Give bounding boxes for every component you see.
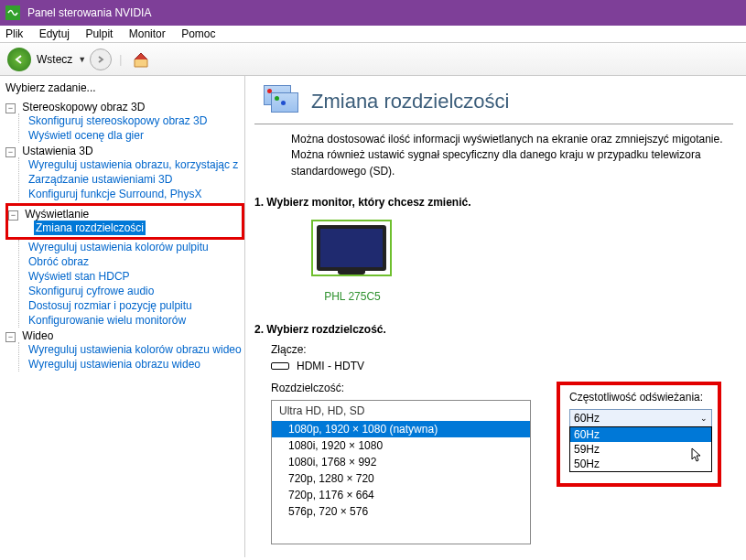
resolution-item[interactable]: 720p, 1176 × 664	[272, 487, 530, 503]
page-title: Zmiana rozdzielczości	[311, 90, 509, 113]
tree-item[interactable]: Konfigurowanie wielu monitorów	[27, 313, 244, 328]
collapse-icon[interactable]: −	[5, 103, 16, 113]
forward-button[interactable]	[90, 48, 112, 70]
step2-heading: 2. Wybierz rozdzielczość.	[254, 323, 733, 336]
tree-item-change-resolution[interactable]: Zmiana rozdzielczości	[34, 221, 146, 235]
collapse-icon[interactable]: −	[5, 332, 16, 342]
tree-item[interactable]: Wyreguluj ustawienia obrazu wideo	[27, 357, 244, 372]
tree-item[interactable]: Wyreguluj ustawienia kolorów obrazu wide…	[27, 342, 244, 357]
back-button[interactable]	[7, 48, 31, 71]
collapse-icon[interactable]: −	[5, 147, 16, 157]
menu-file[interactable]: Plik	[5, 27, 23, 40]
step1-heading: 1. Wybierz monitor, który chcesz zmienić…	[254, 196, 733, 209]
resolution-item[interactable]: 1080p, 1920 × 1080 (natywna)	[272, 421, 530, 437]
tree-item[interactable]: Skonfiguruj stereoskopowy obraz 3D	[27, 113, 244, 128]
refresh-rate-dropdown[interactable]: 60Hz ⌄	[569, 409, 712, 427]
resolution-listbox[interactable]: Ultra HD, HD, SD 1080p, 1920 × 1080 (nat…	[271, 400, 531, 544]
tree-group-stereo[interactable]: Stereoskopowy obraz 3D	[22, 101, 145, 113]
title-bar: Panel sterowania NVIDIA	[0, 0, 746, 26]
dual-monitor-icon	[264, 85, 302, 118]
tree-group-display[interactable]: Wyświetlanie	[25, 208, 89, 221]
menu-edit[interactable]: Edytuj	[39, 27, 70, 40]
menu-help[interactable]: Pomoc	[181, 27, 215, 40]
nvidia-icon	[5, 5, 20, 20]
collapse-icon[interactable]: −	[8, 210, 18, 221]
sidebar: Wybierz zadanie... − Stereoskopowy obraz…	[0, 76, 245, 557]
tree-group-3d[interactable]: Ustawienia 3D	[22, 145, 92, 157]
tree-item[interactable]: Skonfiguruj cyfrowe audio	[27, 284, 244, 298]
sidebar-header: Wybierz zadanie...	[0, 80, 244, 100]
resolution-group: Ultra HD, HD, SD	[272, 401, 530, 421]
toolbar: Wstecz ▼ |	[0, 43, 746, 76]
menu-desktop[interactable]: Pulpit	[85, 27, 113, 40]
resolution-item[interactable]: 720p, 1280 × 720	[272, 470, 530, 487]
tree-item[interactable]: Dostosuj rozmiar i pozycję pulpitu	[27, 298, 244, 313]
back-label: Wstecz	[37, 53, 72, 66]
task-tree: − Stereoskopowy obraz 3D Skonfiguruj ste…	[0, 100, 244, 372]
tree-item[interactable]: Wyreguluj ustawienia obrazu, korzystając…	[27, 157, 244, 172]
resolution-item[interactable]: 576p, 720 × 576	[272, 503, 530, 520]
resolution-item[interactable]: 1080i, 1768 × 992	[272, 454, 530, 470]
tree-item[interactable]: Wyreguluj ustawienia kolorów pulpitu	[27, 240, 244, 254]
tree-group-video[interactable]: Wideo	[22, 329, 53, 342]
tree-item[interactable]: Zarządzanie ustawieniami 3D	[27, 172, 244, 187]
toolbar-separator: |	[119, 53, 122, 66]
menu-monitor[interactable]: Monitor	[129, 27, 166, 40]
back-dropdown-icon[interactable]: ▼	[78, 55, 86, 64]
connector-value: HDMI - HDTV	[297, 360, 364, 372]
refresh-rate-options[interactable]: 60Hz 59Hz 50Hz	[569, 426, 712, 472]
connector-label: Złącze:	[271, 343, 733, 356]
menu-bar: Plik Edytuj Pulpit Monitor Pomoc	[0, 26, 746, 43]
monitor-selection[interactable]	[311, 220, 392, 276]
refresh-option[interactable]: 59Hz	[570, 442, 711, 457]
home-button[interactable]	[131, 49, 151, 70]
hdmi-icon	[271, 362, 289, 370]
tree-item[interactable]: Wyświetl ocenę dla gier	[27, 128, 244, 143]
highlight-annotation: Częstotliwość odświeżania: 60Hz ⌄ 60Hz 5…	[557, 382, 721, 487]
chevron-down-icon: ⌄	[700, 414, 708, 423]
content-pane: Zmiana rozdzielczości Można dostosować i…	[245, 76, 746, 557]
page-header: Zmiana rozdzielczości	[254, 85, 733, 124]
refresh-option[interactable]: 50Hz	[570, 457, 711, 471]
highlight-annotation: − Wyświetlanie Zmiana rozdzielczości	[5, 203, 244, 240]
window-title: Panel sterowania NVIDIA	[27, 6, 151, 19]
cursor-icon	[691, 447, 704, 467]
tree-item[interactable]: Konfiguruj funkcje Surround, PhysX	[27, 187, 244, 201]
resolution-label: Rozdzielczość:	[271, 382, 531, 394]
resolution-item[interactable]: 1080i, 1920 × 1080	[272, 437, 530, 454]
monitor-icon	[317, 225, 386, 271]
page-description: Można dostosować ilość informacji wyświe…	[291, 132, 733, 179]
refresh-rate-label: Częstotliwość odświeżania:	[569, 391, 708, 404]
monitor-name: PHL 275C5	[311, 290, 394, 303]
refresh-option[interactable]: 60Hz	[570, 427, 711, 442]
refresh-rate-value: 60Hz	[574, 412, 600, 425]
tree-item[interactable]: Wyświetl stan HDCP	[27, 269, 244, 284]
tree-item[interactable]: Obróć obraz	[27, 254, 244, 269]
